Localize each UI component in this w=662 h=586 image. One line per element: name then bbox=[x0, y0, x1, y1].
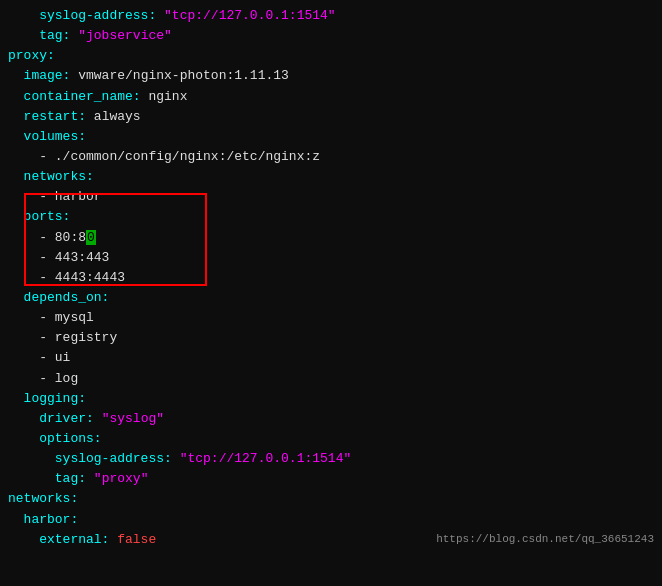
code-text: harbor: bbox=[8, 512, 78, 527]
code-text: options: bbox=[8, 431, 102, 446]
code-text: image: bbox=[8, 68, 78, 83]
code-text: container_name: bbox=[8, 89, 148, 104]
code-text: "proxy" bbox=[94, 471, 149, 486]
code-text: tag: bbox=[8, 28, 78, 43]
code-line: - ui bbox=[8, 348, 654, 368]
code-line: depends_on: bbox=[8, 288, 654, 308]
code-text: "tcp://127.0.0.1:1514" bbox=[164, 8, 336, 23]
code-line: - mysql bbox=[8, 308, 654, 328]
code-line: - registry bbox=[8, 328, 654, 348]
code-line-ports: ports: bbox=[8, 207, 654, 227]
code-text: always bbox=[94, 109, 141, 124]
code-text: vmware/nginx-photon:1.11.13 bbox=[78, 68, 289, 83]
code-text: - 443:443 bbox=[8, 250, 109, 265]
code-line-port3: - 4443:4443 bbox=[8, 268, 654, 288]
code-line: proxy: bbox=[8, 46, 654, 66]
code-line: syslog-address: "tcp://127.0.0.1:1514" bbox=[8, 6, 654, 26]
code-text: syslog-address: bbox=[8, 451, 180, 466]
code-line: volumes: bbox=[8, 127, 654, 147]
code-text: nginx bbox=[148, 89, 187, 104]
code-line: - harbor bbox=[8, 187, 654, 207]
code-text: - 4443:4443 bbox=[8, 270, 125, 285]
code-text: false bbox=[117, 532, 156, 547]
code-text: - 80:8 bbox=[8, 230, 86, 245]
code-line: container_name: nginx bbox=[8, 87, 654, 107]
code-text: driver: bbox=[8, 411, 102, 426]
cursor-char: 0 bbox=[86, 230, 96, 245]
code-text: "jobservice" bbox=[78, 28, 172, 43]
watermark: https://blog.csdn.net/qq_36651243 bbox=[436, 531, 654, 548]
code-line: networks: bbox=[8, 489, 654, 509]
code-text: external: bbox=[8, 532, 117, 547]
code-text: - log bbox=[8, 371, 78, 386]
code-line: image: vmware/nginx-photon:1.11.13 bbox=[8, 66, 654, 86]
code-line: - log bbox=[8, 369, 654, 389]
code-text: restart: bbox=[8, 109, 94, 124]
code-text: depends_on: bbox=[8, 290, 109, 305]
code-text: networks: bbox=[8, 491, 78, 506]
code-text: - harbor bbox=[8, 189, 102, 204]
code-text: - ui bbox=[8, 350, 70, 365]
code-text: volumes: bbox=[8, 129, 86, 144]
code-container: syslog-address: "tcp://127.0.0.1:1514" t… bbox=[0, 0, 662, 556]
code-line: logging: bbox=[8, 389, 654, 409]
code-line: options: bbox=[8, 429, 654, 449]
code-line: harbor: bbox=[8, 510, 654, 530]
code-line: driver: "syslog" bbox=[8, 409, 654, 429]
code-text: networks: bbox=[8, 169, 94, 184]
code-text: - registry bbox=[8, 330, 117, 345]
code-text: syslog-address: bbox=[8, 8, 164, 23]
code-line: syslog-address: "tcp://127.0.0.1:1514" bbox=[8, 449, 654, 469]
code-text: proxy: bbox=[8, 48, 55, 63]
code-line-port2: - 443:443 bbox=[8, 248, 654, 268]
code-text: - mysql bbox=[8, 310, 94, 325]
code-text: ports: bbox=[8, 209, 70, 224]
code-text: "tcp://127.0.0.1:1514" bbox=[180, 451, 352, 466]
code-line: tag: "proxy" bbox=[8, 469, 654, 489]
code-line: restart: always bbox=[8, 107, 654, 127]
code-line: networks: bbox=[8, 167, 654, 187]
code-line: - ./common/config/nginx:/etc/nginx:z bbox=[8, 147, 654, 167]
code-line: tag: "jobservice" bbox=[8, 26, 654, 46]
code-line-port1: - 80:80 bbox=[8, 228, 654, 248]
code-text: - ./common/config/nginx:/etc/nginx:z bbox=[8, 149, 320, 164]
code-text: logging: bbox=[8, 391, 86, 406]
code-text: tag: bbox=[8, 471, 94, 486]
code-text: "syslog" bbox=[102, 411, 164, 426]
